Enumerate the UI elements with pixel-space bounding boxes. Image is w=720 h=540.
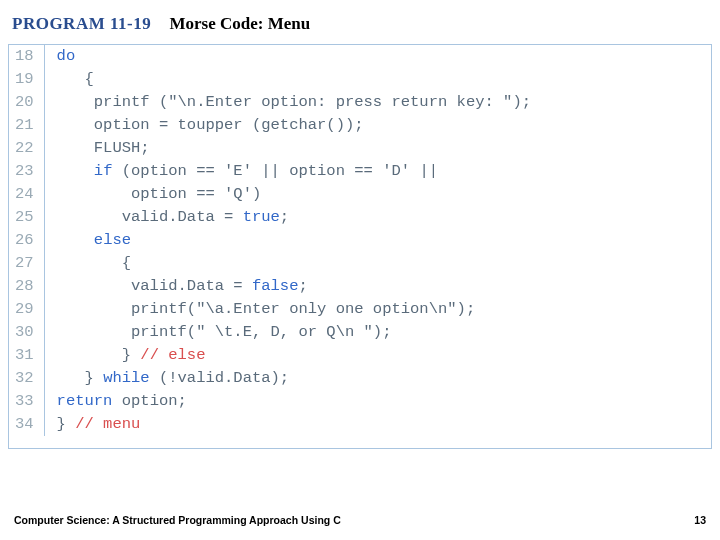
code-line: 23 if (option == 'E' || option == 'D' || [9,160,711,183]
line-number: 34 [9,413,44,436]
line-number: 30 [9,321,44,344]
code-text: option = toupper (getchar()); [44,114,711,137]
code-listing-frame: 18do19 {20 printf ("\n.Enter option: pre… [8,44,712,449]
line-number: 33 [9,390,44,413]
code-line: 19 { [9,68,711,91]
code-text: valid.Data = true; [44,206,711,229]
code-line: 27 { [9,252,711,275]
slide-footer: Computer Science: A Structured Programmi… [0,514,720,526]
line-number: 25 [9,206,44,229]
line-number: 18 [9,45,44,68]
code-line: 22 FLUSH; [9,137,711,160]
code-text: valid.Data = false; [44,275,711,298]
code-text: { [44,252,711,275]
book-title: Computer Science: A Structured Programmi… [14,514,341,526]
code-line: 30 printf(" \t.E, D, or Q\n "); [9,321,711,344]
code-line: 33return option; [9,390,711,413]
code-text: if (option == 'E' || option == 'D' || [44,160,711,183]
code-text: FLUSH; [44,137,711,160]
code-text: } // menu [44,413,711,436]
code-line: 32 } while (!valid.Data); [9,367,711,390]
code-line: 28 valid.Data = false; [9,275,711,298]
line-number: 20 [9,91,44,114]
code-text: printf("\a.Enter only one option\n"); [44,298,711,321]
line-number: 21 [9,114,44,137]
code-line: 18do [9,45,711,68]
code-text: } // else [44,344,711,367]
program-label: PROGRAM 11-19 [12,14,151,33]
line-number: 28 [9,275,44,298]
code-text: printf(" \t.E, D, or Q\n "); [44,321,711,344]
code-line: 26 else [9,229,711,252]
code-text: do [44,45,711,68]
code-text: option == 'Q') [44,183,711,206]
code-line: 31 } // else [9,344,711,367]
code-listing: 18do19 {20 printf ("\n.Enter option: pre… [9,45,711,436]
code-text: printf ("\n.Enter option: press return k… [44,91,711,114]
code-text: else [44,229,711,252]
code-line: 34} // menu [9,413,711,436]
line-number: 19 [9,68,44,91]
slide-header: PROGRAM 11-19 Morse Code: Menu [0,0,720,44]
slide-title: Morse Code: Menu [169,14,310,33]
line-number: 29 [9,298,44,321]
code-line: 24 option == 'Q') [9,183,711,206]
page-number: 13 [694,514,706,526]
code-text: { [44,68,711,91]
code-line: 29 printf("\a.Enter only one option\n"); [9,298,711,321]
code-text: return option; [44,390,711,413]
line-number: 32 [9,367,44,390]
code-line: 21 option = toupper (getchar()); [9,114,711,137]
code-line: 20 printf ("\n.Enter option: press retur… [9,91,711,114]
code-line: 25 valid.Data = true; [9,206,711,229]
line-number: 26 [9,229,44,252]
line-number: 24 [9,183,44,206]
line-number: 23 [9,160,44,183]
line-number: 27 [9,252,44,275]
line-number: 31 [9,344,44,367]
line-number: 22 [9,137,44,160]
code-text: } while (!valid.Data); [44,367,711,390]
